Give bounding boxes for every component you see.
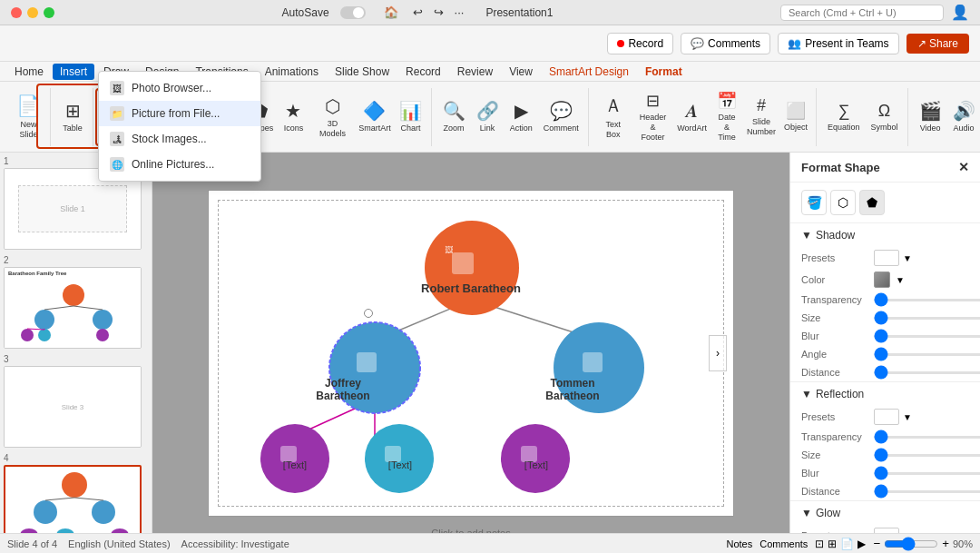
notes-button[interactable]: Notes bbox=[726, 538, 752, 549]
pictures-dropdown: 🖼 Photo Browser... 📁 Picture from File..… bbox=[98, 71, 261, 182]
dropdown-stock-images[interactable]: 🏞 Stock Images... bbox=[99, 126, 260, 152]
tab-home[interactable]: Home bbox=[7, 64, 51, 80]
slide-canvas[interactable]: 🖼 bbox=[208, 190, 734, 517]
search-input[interactable] bbox=[780, 5, 944, 21]
slide-number-button[interactable]: # SlideNumber bbox=[743, 93, 779, 141]
comment-button[interactable]: 💬 Comment bbox=[538, 96, 584, 137]
user-icon[interactable]: 👤 bbox=[951, 4, 969, 21]
bottombar-left: Slide 4 of 4 English (United States) Acc… bbox=[7, 538, 289, 549]
window-controls[interactable] bbox=[11, 7, 54, 18]
toolbar-group-new-slide: 📄 New Slide bbox=[7, 88, 51, 146]
reflection-presets-btn[interactable] bbox=[874, 409, 899, 425]
zoom-out-button[interactable]: − bbox=[873, 537, 880, 550]
smartart-button[interactable]: 🔷 SmartArt bbox=[355, 96, 394, 137]
3d-models-button[interactable]: ⬡ 3D Models bbox=[309, 92, 355, 143]
object-button[interactable]: ⬜ Object bbox=[779, 97, 812, 136]
svg-line-6 bbox=[44, 306, 74, 310]
slide-thumb-3[interactable]: 3 Slide 3 bbox=[4, 354, 148, 448]
reflection-distance-slider[interactable] bbox=[874, 490, 980, 493]
header-footer-button[interactable]: ⊟ Header &Footer bbox=[632, 87, 673, 145]
comments-button-bottom[interactable]: Comments bbox=[760, 538, 808, 549]
shadow-presets-arrow[interactable]: ▼ bbox=[903, 253, 912, 263]
zoom-slider[interactable] bbox=[884, 537, 938, 551]
date-time-button[interactable]: 📅 Date &Time bbox=[710, 87, 743, 145]
shadow-size-slider[interactable] bbox=[874, 317, 980, 320]
dropdown-photo-browser[interactable]: 🖼 Photo Browser... bbox=[99, 75, 260, 101]
link-icon: 🔗 bbox=[476, 100, 499, 122]
autosave-toggle[interactable] bbox=[340, 6, 366, 19]
format-fill-icon-btn[interactable]: 🪣 bbox=[801, 190, 827, 215]
shadow-size-row: Size ▲ ▼ bbox=[790, 309, 980, 327]
resize-handle[interactable] bbox=[364, 309, 373, 318]
zoom-in-button[interactable]: + bbox=[942, 537, 949, 550]
action-button[interactable]: ▶ Action bbox=[505, 96, 538, 137]
comments-button[interactable]: 💬 Comments bbox=[681, 33, 770, 54]
audio-button[interactable]: 🔊 Audio bbox=[947, 96, 980, 137]
glow-section-header[interactable]: ▼ Glow bbox=[790, 501, 980, 525]
shadow-transparency-slider[interactable] bbox=[874, 299, 980, 301]
video-button[interactable]: 🎬 Video bbox=[914, 96, 947, 137]
date-time-label: Date &Time bbox=[716, 113, 738, 142]
smartart-label: SmartArt bbox=[358, 123, 391, 133]
equation-button[interactable]: ∑ Equation bbox=[822, 98, 866, 136]
reflection-presets-arrow[interactable]: ▼ bbox=[903, 412, 912, 422]
zoom-label: Zoom bbox=[444, 123, 465, 133]
bottombar: Slide 4 of 4 English (United States) Acc… bbox=[0, 533, 980, 553]
accessibility-info[interactable]: Accessibility: Investigate bbox=[181, 538, 289, 549]
shadow-presets-btn[interactable] bbox=[874, 250, 899, 266]
format-section-shadow: ▼ Shadow Presets ▼ Color ▼ Transparency bbox=[790, 223, 980, 382]
zoom-button[interactable]: 🔍 Zoom bbox=[437, 96, 471, 137]
svg-line-16 bbox=[45, 498, 74, 500]
maximize-button[interactable] bbox=[44, 7, 54, 18]
reflection-transparency-slider[interactable] bbox=[874, 436, 980, 439]
table-button[interactable]: ⊞ Table bbox=[56, 96, 89, 137]
shadow-angle-slider[interactable] bbox=[874, 353, 980, 356]
format-panel-close[interactable]: ✕ bbox=[958, 160, 969, 174]
wordart-button[interactable]: 𝑨 WordArt bbox=[673, 97, 710, 137]
new-slide-button[interactable]: 📄 New Slide bbox=[11, 91, 46, 143]
shadow-color-arrow[interactable]: ▼ bbox=[896, 275, 905, 285]
slide-sorter-button[interactable]: ⊞ bbox=[828, 538, 837, 550]
shadow-distance-slider[interactable] bbox=[874, 371, 980, 374]
tab-review[interactable]: Review bbox=[450, 64, 500, 80]
tab-animations[interactable]: Animations bbox=[258, 64, 326, 80]
present-button[interactable]: 👥 Present in Teams bbox=[778, 33, 899, 54]
reflection-blur-slider[interactable] bbox=[874, 472, 980, 475]
audio-label: Audio bbox=[954, 123, 975, 133]
tab-smartart-design[interactable]: SmartArt Design bbox=[542, 64, 636, 80]
slideshow-button[interactable]: ▶ bbox=[858, 538, 866, 550]
tab-record[interactable]: Record bbox=[398, 64, 448, 80]
share-button[interactable]: ↗ Share bbox=[906, 34, 969, 54]
normal-view-button[interactable]: ⊡ bbox=[815, 538, 824, 550]
tab-view[interactable]: View bbox=[502, 64, 540, 80]
record-label: Record bbox=[628, 37, 663, 50]
icons-button[interactable]: ★ Icons bbox=[277, 96, 309, 137]
tab-slideshow[interactable]: Slide Show bbox=[328, 64, 397, 80]
shadow-color-btn[interactable] bbox=[874, 272, 890, 288]
next-slide-button[interactable]: › bbox=[709, 335, 727, 371]
reflection-size-slider[interactable] bbox=[874, 454, 980, 457]
dropdown-picture-from-file[interactable]: 📁 Picture from File... bbox=[99, 101, 260, 126]
autosave-label: AutoSave bbox=[282, 6, 329, 19]
dropdown-online-pictures[interactable]: 🌐 Online Pictures... bbox=[99, 152, 260, 177]
reflection-section-header[interactable]: ▼ Reflection bbox=[790, 382, 980, 406]
format-effects-icon-btn[interactable]: ⬟ bbox=[859, 190, 885, 215]
shadow-section-header[interactable]: ▼ Shadow bbox=[790, 223, 980, 247]
reading-view-button[interactable]: 📄 bbox=[840, 538, 854, 550]
chart-button[interactable]: 📊 Chart bbox=[395, 96, 427, 137]
tab-format[interactable]: Format bbox=[638, 64, 690, 80]
comment-icon: 💬 bbox=[550, 100, 573, 122]
equation-label: Equation bbox=[828, 123, 860, 133]
text-box-button[interactable]: Ａ Text Box bbox=[594, 90, 632, 143]
minimize-button[interactable] bbox=[27, 7, 38, 18]
comments-icon: 💬 bbox=[691, 37, 704, 50]
symbol-button[interactable]: Ω Symbol bbox=[866, 98, 904, 136]
link-button[interactable]: 🔗 Link bbox=[471, 96, 505, 137]
close-button[interactable] bbox=[11, 7, 22, 18]
slide-thumb-2[interactable]: 2 Baratheon Family Tree bbox=[4, 255, 148, 349]
shadow-blur-slider[interactable] bbox=[874, 335, 980, 338]
table-label: Table bbox=[63, 123, 83, 133]
format-line-icon-btn[interactable]: ⬡ bbox=[830, 190, 856, 215]
tab-insert[interactable]: Insert bbox=[53, 64, 94, 80]
record-button[interactable]: Record bbox=[607, 33, 673, 54]
